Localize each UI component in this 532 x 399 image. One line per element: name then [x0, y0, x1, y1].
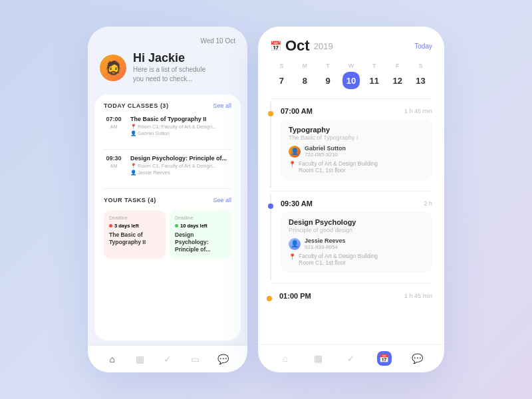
greeting-subtitle: Here is a list of schedule you need to c… — [133, 65, 205, 84]
time-block-2: 09:30 AM 2 h Design Psychology Principle… — [270, 194, 444, 281]
event-card-1: Typography The Basic of Typography I 👤 G… — [281, 119, 432, 180]
time-dot-1 — [268, 111, 273, 116]
classes-see-all[interactable]: See all — [213, 102, 231, 109]
day-cell-5: F 12 — [388, 63, 408, 89]
cal-year: 2019 — [314, 41, 333, 51]
right-phone: 📅 Oct 2019 Today S 7 M 8 T 9 W 10 — [258, 27, 444, 372]
nav-chart[interactable]: ▦ — [133, 352, 146, 366]
class-item-2: 09:30 AM Design Psychology: Principle of… — [104, 155, 231, 176]
time-dot-3 — [267, 296, 272, 301]
sched-divider-2 — [270, 283, 432, 284]
event-person-2: 👤 Jessie Reeves 921-939-8054 — [289, 237, 424, 250]
r-nav-chart[interactable]: ▦ — [311, 351, 325, 366]
class-item-1: 07:00 AM The Basic of Typography II 📍 Ro… — [104, 116, 231, 137]
r-nav-calendar[interactable]: 📅 — [377, 351, 392, 366]
tasks-header: YOUR TASKS (4) See all — [104, 197, 231, 203]
class-teacher-1: 👤 Gabriel Sutton — [130, 130, 231, 136]
left-header: Wed 10 Oct 🧔 Hi Jackie Here is a list of… — [88, 27, 247, 94]
person-avatar-1: 👤 — [289, 146, 301, 158]
right-bottom-nav: ⌂ ▦ ✓ 📅 💬 — [258, 344, 444, 372]
content-card: TODAY CLASSES (3) See all 07:00 AM The B… — [94, 94, 241, 340]
time-block-3: 01:00 PM 1 h 45 min — [270, 287, 444, 309]
r-nav-chat[interactable]: 💬 — [410, 351, 424, 366]
dot-green — [175, 224, 178, 227]
nav-card[interactable]: ▭ — [189, 352, 202, 366]
event-card-2: Design Psychology Principle of good desi… — [281, 211, 432, 273]
r-nav-check[interactable]: ✓ — [344, 351, 358, 366]
time-row-2: 09:30 AM 2 h — [281, 200, 432, 207]
greeting-row: 🧔 Hi Jackie Here is a list of schedule y… — [100, 51, 235, 84]
r-nav-home[interactable]: ⌂ — [278, 351, 293, 366]
time-dot-2 — [268, 203, 273, 209]
class-location-2: 📍 Room C1, Faculty of Art & Design... — [130, 163, 231, 169]
task-days-1: 3 days left — [109, 223, 160, 229]
day-cell-3: W 10 — [341, 63, 361, 89]
greeting-name: Hi Jackie — [133, 51, 205, 65]
classes-header: TODAY CLASSES (3) See all — [104, 102, 231, 109]
classes-title: TODAY CLASSES (3) — [104, 102, 168, 109]
person-avatar-2: 👤 — [289, 238, 301, 250]
class-details-1: The Basic of Typography II 📍 Room C1, Fa… — [130, 116, 231, 137]
left-bottom-nav: ⌂ ▦ ✓ ▭ 💬 — [88, 346, 247, 372]
calendar-header: 📅 Oct 2019 Today — [258, 27, 444, 60]
class-time-2: 09:30 AM — [104, 155, 124, 169]
class-teacher-2: 👤 Jessie Reeves — [130, 170, 231, 176]
location-icon-1: 📍 — [289, 161, 296, 168]
cal-month: Oct — [285, 37, 310, 55]
tasks-section: YOUR TASKS (4) See all Deadline 3 days l… — [104, 197, 231, 259]
left-phone: Wed 10 Oct 🧔 Hi Jackie Here is a list of… — [88, 27, 247, 372]
week-row: S 7 M 8 T 9 W 10 T 11 F 12 — [258, 60, 444, 96]
day-cell-6: S 13 — [410, 63, 430, 89]
day-cell-1: M 8 — [295, 63, 315, 89]
time-row-1: 07:00 AM 1 h 45 min — [281, 107, 432, 115]
day-cell-0: S 7 — [271, 63, 291, 89]
nav-check[interactable]: ✓ — [161, 352, 174, 366]
event-location-1: 📍 Faculty of Art & Design Building Room … — [289, 160, 424, 174]
divider-1 — [104, 149, 231, 150]
schedule-scroll: 07:00 AM 1 h 45 min Typography The Basic… — [258, 102, 444, 344]
event-person-1: 👤 Gabriel Sutton 722-085-9210 — [289, 145, 424, 158]
location-icon-2: 📍 — [289, 253, 296, 260]
class-time-1: 07:00 AM — [104, 116, 124, 130]
cal-title-group: 📅 Oct 2019 — [270, 37, 333, 55]
date-label: Wed 10 Oct — [100, 37, 235, 45]
tasks-see-all[interactable]: See all — [213, 197, 231, 203]
nav-chat[interactable]: 💬 — [216, 352, 229, 366]
avatar: 🧔 — [100, 55, 126, 81]
task-days-2: 10 days left — [175, 223, 226, 229]
phones-container: Wed 10 Oct 🧔 Hi Jackie Here is a list of… — [88, 27, 444, 372]
class-details-2: Design Psychology: Principle of... 📍 Roo… — [130, 155, 231, 176]
class-location-1: 📍 Room C1, Faculty of Art & Design... — [130, 124, 231, 130]
calendar-icon: 📅 — [270, 41, 281, 51]
greeting-text: Hi Jackie Here is a list of schedule you… — [133, 51, 205, 84]
task-cards: Deadline 3 days left The Basic of Typogr… — [104, 210, 231, 259]
divider-2 — [104, 188, 231, 189]
dot-red — [109, 224, 112, 227]
day-cell-2: T 9 — [318, 63, 338, 89]
nav-home[interactable]: ⌂ — [106, 352, 119, 366]
task-card-1: Deadline 3 days left The Basic of Typogr… — [104, 210, 166, 259]
task-card-2: Deadline 10 days left Design Psychology:… — [170, 210, 231, 259]
event-location-2: 📍 Faculty of Art & Design Building Room … — [289, 253, 424, 266]
time-row-3: 01:00 PM 1 h 45 min — [279, 292, 432, 300]
cal-divider — [270, 98, 432, 99]
sched-divider-1 — [270, 191, 432, 192]
day-cell-4: T 11 — [364, 63, 384, 89]
tasks-title: YOUR TASKS (4) — [104, 197, 156, 203]
time-block-1: 07:00 AM 1 h 45 min Typography The Basic… — [270, 102, 444, 188]
today-button[interactable]: Today — [414, 43, 432, 50]
